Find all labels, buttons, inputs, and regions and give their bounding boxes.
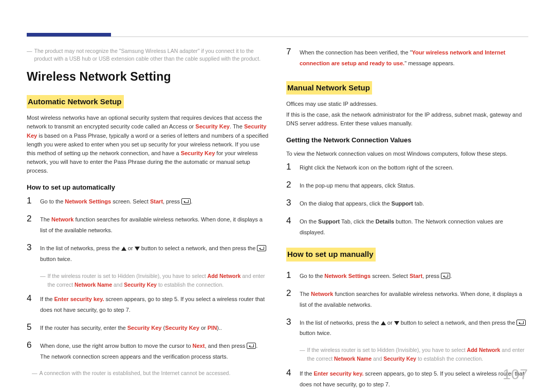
enter-icon: [257, 245, 266, 251]
auto-step-1: 1 Go to the Network Settings screen. Sel…: [27, 196, 269, 207]
automatic-steps: 1 Go to the Network Settings screen. Sel…: [27, 196, 269, 362]
note-dash: ―: [27, 47, 32, 63]
step-text: In the list of networks, press the or bu…: [40, 243, 269, 265]
manual-p1: Offices may use static IP addresses.: [286, 100, 528, 108]
getting-values-intro: To view the Network connection values on…: [286, 150, 528, 158]
auto-step-5: 5 If the router has security, enter the …: [27, 323, 269, 333]
up-arrow-icon: [381, 321, 386, 325]
man-step-1: 1 Go to the Network Settings screen. Sel…: [286, 271, 528, 282]
down-arrow-icon: [135, 247, 140, 251]
top-note: ― The product may not recognize the "Sam…: [27, 47, 269, 63]
step-text: If the Enter security key. screen appear…: [40, 294, 269, 315]
header-rule: [27, 36, 528, 37]
win-step-4: 4 On the Support Tab, click the Details …: [286, 216, 528, 238]
step-number: 3: [27, 243, 34, 265]
auto-step-6: 6 When done, use the right arrow button …: [27, 341, 269, 362]
manual-steps: 1 Go to the Network Settings screen. Sel…: [286, 271, 528, 390]
subsection-manual: Manual Network Setup: [286, 81, 372, 95]
step-text: When done, use the right arrow button to…: [40, 341, 269, 362]
manual-page: ― The product may not recognize the "Sam…: [0, 0, 555, 392]
up-arrow-icon: [121, 247, 126, 251]
down-arrow-icon: [394, 321, 399, 325]
step-number: 5: [27, 323, 34, 333]
man-step-3: 3 In the list of networks, press the or …: [286, 318, 528, 339]
how-to-manual-heading: How to set up manually: [286, 248, 376, 262]
enter-icon: [441, 273, 450, 279]
two-column-layout: ― The product may not recognize the "Sam…: [27, 47, 528, 392]
windows-steps: 1 Right click the Network icon on the bo…: [286, 162, 528, 237]
man-step-2: 2 The Network function searches for avai…: [286, 289, 528, 310]
win-step-2: 2 In the pop-up menu that appears, click…: [286, 180, 528, 191]
step-number: 6: [27, 341, 34, 362]
subsection-automatic: Automatic Network Setup: [27, 95, 124, 109]
getting-values-heading: Getting the Network Connection Values: [286, 135, 528, 145]
left-column: ― The product may not recognize the "Sam…: [27, 47, 269, 392]
man-step-4: 4 If the Enter security key. screen appe…: [286, 368, 528, 390]
bottom-note: ― A connection with the router is establ…: [32, 369, 269, 377]
auto-step-3-note: ― If the wireless router is set to Hidde…: [40, 272, 269, 289]
man-step-3-note: ― If the wireless router is set to Hidde…: [300, 346, 528, 363]
auto-step-3: 3 In the list of networks, press the or …: [27, 243, 269, 265]
win-step-3: 3 On the dialog that appears, click the …: [286, 198, 528, 209]
auto-step-7: 7 When the connection has been verified,…: [286, 47, 528, 69]
how-to-automatic-heading: How to set up automatically: [27, 182, 269, 193]
win-step-1: 1 Right click the Network icon on the bo…: [286, 162, 528, 173]
step-text: Go to the Network Settings screen. Selec…: [40, 196, 269, 207]
enter-icon: [516, 320, 526, 326]
step-number: 7: [286, 47, 293, 69]
intro-paragraph: Most wireless networks have an optional …: [27, 114, 269, 175]
step-text: The Network function searches for availa…: [40, 214, 269, 236]
header-accent-bar: [27, 33, 111, 36]
enter-icon: [181, 198, 191, 204]
page-number: 107: [503, 366, 528, 383]
step-number: 4: [27, 294, 34, 315]
auto-step-2: 2 The Network function searches for avai…: [27, 214, 269, 236]
auto-step-4: 4 If the Enter security key. screen appe…: [27, 294, 269, 315]
manual-p2: If this is the case, ask the network adm…: [286, 110, 528, 128]
step-number: 2: [27, 214, 34, 236]
section-title: Wireless Network Setting: [27, 68, 269, 86]
enter-icon: [247, 343, 256, 349]
right-column: 7 When the connection has been verified,…: [286, 47, 528, 392]
note-text: The product may not recognize the "Samsu…: [34, 47, 269, 63]
step-number: 1: [27, 196, 34, 207]
step-text: When the connection has been verified, t…: [300, 47, 528, 69]
step-text: If the router has security, enter the Se…: [40, 323, 269, 333]
